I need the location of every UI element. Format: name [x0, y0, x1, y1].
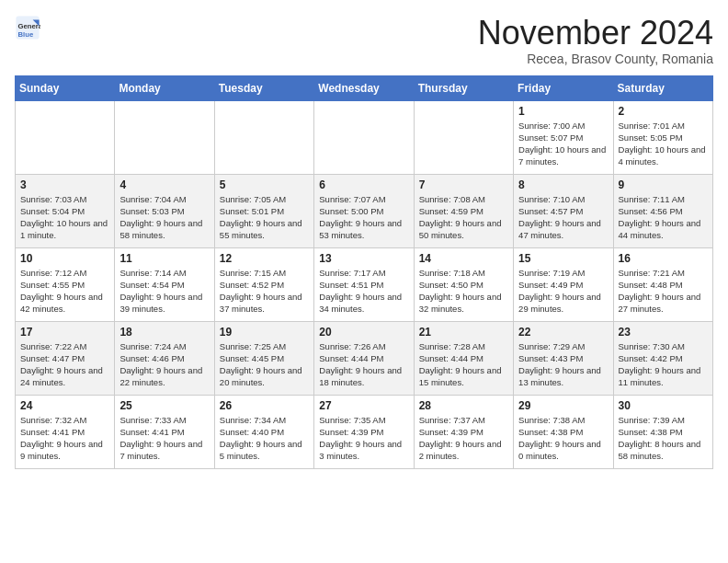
day-number: 3 — [20, 178, 109, 191]
day-header-friday: Friday — [514, 75, 613, 100]
calendar-table: SundayMondayTuesdayWednesdayThursdayFrid… — [15, 75, 713, 469]
day-header-saturday: Saturday — [613, 75, 712, 100]
day-number: 27 — [319, 399, 408, 412]
day-info: Sunrise: 7:14 AM Sunset: 4:54 PM Dayligh… — [119, 267, 209, 316]
title-area: November 2024 Recea, Brasov County, Roma… — [478, 15, 713, 66]
day-info: Sunrise: 7:21 AM Sunset: 4:48 PM Dayligh… — [619, 267, 708, 316]
day-number: 28 — [419, 399, 508, 412]
day-header-monday: Monday — [115, 75, 214, 100]
calendar-cell: 5Sunrise: 7:05 AM Sunset: 5:01 PM Daylig… — [214, 174, 313, 247]
calendar-cell: 9Sunrise: 7:11 AM Sunset: 4:56 PM Daylig… — [613, 174, 712, 247]
calendar-cell: 17Sunrise: 7:22 AM Sunset: 4:47 PM Dayli… — [16, 321, 115, 395]
logo: General Blue — [15, 15, 42, 40]
day-number: 5 — [220, 178, 309, 191]
day-number: 8 — [518, 178, 608, 191]
svg-text:Blue: Blue — [18, 30, 34, 39]
day-info: Sunrise: 7:04 AM Sunset: 5:03 PM Dayligh… — [119, 193, 209, 242]
day-info: Sunrise: 7:24 AM Sunset: 4:46 PM Dayligh… — [119, 340, 209, 389]
day-number: 25 — [119, 399, 209, 412]
calendar-cell: 18Sunrise: 7:24 AM Sunset: 4:46 PM Dayli… — [115, 321, 214, 395]
day-number: 1 — [518, 105, 608, 118]
day-number: 13 — [319, 252, 408, 265]
calendar-cell: 19Sunrise: 7:25 AM Sunset: 4:45 PM Dayli… — [214, 321, 313, 395]
day-info: Sunrise: 7:35 AM Sunset: 4:39 PM Dayligh… — [319, 414, 408, 463]
day-number: 18 — [119, 326, 209, 339]
calendar-cell: 28Sunrise: 7:37 AM Sunset: 4:39 PM Dayli… — [414, 395, 513, 468]
calendar-cell: 20Sunrise: 7:26 AM Sunset: 4:44 PM Dayli… — [314, 321, 414, 395]
day-number: 6 — [319, 178, 408, 191]
day-info: Sunrise: 7:00 AM Sunset: 5:07 PM Dayligh… — [518, 120, 608, 168]
calendar-week-5: 24Sunrise: 7:32 AM Sunset: 4:41 PM Dayli… — [16, 395, 713, 468]
calendar-week-2: 3Sunrise: 7:03 AM Sunset: 5:04 PM Daylig… — [16, 174, 713, 247]
day-info: Sunrise: 7:12 AM Sunset: 4:55 PM Dayligh… — [20, 267, 109, 316]
calendar-cell: 23Sunrise: 7:30 AM Sunset: 4:42 PM Dayli… — [613, 321, 712, 395]
day-number: 4 — [119, 178, 209, 191]
day-number: 21 — [419, 326, 508, 339]
calendar-cell: 6Sunrise: 7:07 AM Sunset: 5:00 PM Daylig… — [314, 174, 414, 247]
day-info: Sunrise: 7:18 AM Sunset: 4:50 PM Dayligh… — [419, 267, 508, 316]
day-info: Sunrise: 7:29 AM Sunset: 4:43 PM Dayligh… — [518, 340, 608, 389]
day-number: 2 — [619, 105, 708, 118]
day-info: Sunrise: 7:17 AM Sunset: 4:51 PM Dayligh… — [319, 267, 408, 316]
day-info: Sunrise: 7:08 AM Sunset: 4:59 PM Dayligh… — [419, 193, 508, 242]
day-info: Sunrise: 7:33 AM Sunset: 4:41 PM Dayligh… — [119, 414, 209, 463]
day-info: Sunrise: 7:28 AM Sunset: 4:44 PM Dayligh… — [419, 340, 508, 389]
calendar-cell: 29Sunrise: 7:38 AM Sunset: 4:38 PM Dayli… — [514, 395, 613, 468]
day-number: 20 — [319, 326, 408, 339]
calendar-cell: 3Sunrise: 7:03 AM Sunset: 5:04 PM Daylig… — [16, 174, 115, 247]
day-info: Sunrise: 7:37 AM Sunset: 4:39 PM Dayligh… — [419, 414, 508, 463]
calendar-cell: 4Sunrise: 7:04 AM Sunset: 5:03 PM Daylig… — [115, 174, 214, 247]
header: General Blue November 2024 Recea, Brasov… — [15, 15, 713, 66]
day-info: Sunrise: 7:10 AM Sunset: 4:57 PM Dayligh… — [518, 193, 608, 242]
calendar-cell — [16, 100, 115, 174]
day-number: 19 — [220, 326, 309, 339]
calendar-cell: 14Sunrise: 7:18 AM Sunset: 4:50 PM Dayli… — [414, 247, 513, 321]
calendar-cell: 24Sunrise: 7:32 AM Sunset: 4:41 PM Dayli… — [16, 395, 115, 468]
calendar-cell: 10Sunrise: 7:12 AM Sunset: 4:55 PM Dayli… — [16, 247, 115, 321]
calendar-cell: 27Sunrise: 7:35 AM Sunset: 4:39 PM Dayli… — [314, 395, 414, 468]
day-info: Sunrise: 7:26 AM Sunset: 4:44 PM Dayligh… — [319, 340, 408, 389]
calendar-cell: 7Sunrise: 7:08 AM Sunset: 4:59 PM Daylig… — [414, 174, 513, 247]
calendar-cell: 13Sunrise: 7:17 AM Sunset: 4:51 PM Dayli… — [314, 247, 414, 321]
calendar-week-3: 10Sunrise: 7:12 AM Sunset: 4:55 PM Dayli… — [16, 247, 713, 321]
day-number: 22 — [518, 326, 608, 339]
calendar-week-1: 1Sunrise: 7:00 AM Sunset: 5:07 PM Daylig… — [16, 100, 713, 174]
calendar-cell — [314, 100, 414, 174]
day-info: Sunrise: 7:15 AM Sunset: 4:52 PM Dayligh… — [220, 267, 309, 316]
day-header-wednesday: Wednesday — [314, 75, 414, 100]
calendar-cell — [214, 100, 313, 174]
day-number: 29 — [518, 399, 608, 412]
month-title: November 2024 — [478, 15, 713, 52]
day-number: 17 — [20, 326, 109, 339]
calendar-cell: 8Sunrise: 7:10 AM Sunset: 4:57 PM Daylig… — [514, 174, 613, 247]
day-info: Sunrise: 7:07 AM Sunset: 5:00 PM Dayligh… — [319, 193, 408, 242]
day-header-tuesday: Tuesday — [214, 75, 313, 100]
calendar-cell: 30Sunrise: 7:39 AM Sunset: 4:38 PM Dayli… — [613, 395, 712, 468]
calendar-cell: 11Sunrise: 7:14 AM Sunset: 4:54 PM Dayli… — [115, 247, 214, 321]
day-info: Sunrise: 7:05 AM Sunset: 5:01 PM Dayligh… — [220, 193, 309, 242]
day-info: Sunrise: 7:11 AM Sunset: 4:56 PM Dayligh… — [619, 193, 708, 242]
logo-icon: General Blue — [15, 15, 40, 40]
calendar-cell: 2Sunrise: 7:01 AM Sunset: 5:05 PM Daylig… — [613, 100, 712, 174]
calendar-cell: 22Sunrise: 7:29 AM Sunset: 4:43 PM Dayli… — [514, 321, 613, 395]
day-number: 16 — [619, 252, 708, 265]
day-info: Sunrise: 7:34 AM Sunset: 4:40 PM Dayligh… — [220, 414, 309, 463]
day-info: Sunrise: 7:32 AM Sunset: 4:41 PM Dayligh… — [20, 414, 109, 463]
day-info: Sunrise: 7:38 AM Sunset: 4:38 PM Dayligh… — [518, 414, 608, 463]
calendar-cell: 25Sunrise: 7:33 AM Sunset: 4:41 PM Dayli… — [115, 395, 214, 468]
day-info: Sunrise: 7:22 AM Sunset: 4:47 PM Dayligh… — [20, 340, 109, 389]
calendar-week-4: 17Sunrise: 7:22 AM Sunset: 4:47 PM Dayli… — [16, 321, 713, 395]
calendar-header-row: SundayMondayTuesdayWednesdayThursdayFrid… — [16, 75, 713, 100]
calendar-cell: 1Sunrise: 7:00 AM Sunset: 5:07 PM Daylig… — [514, 100, 613, 174]
day-header-sunday: Sunday — [16, 75, 115, 100]
day-number: 11 — [119, 252, 209, 265]
day-header-thursday: Thursday — [414, 75, 513, 100]
calendar-cell: 12Sunrise: 7:15 AM Sunset: 4:52 PM Dayli… — [214, 247, 313, 321]
day-info: Sunrise: 7:30 AM Sunset: 4:42 PM Dayligh… — [619, 340, 708, 389]
calendar-cell: 26Sunrise: 7:34 AM Sunset: 4:40 PM Dayli… — [214, 395, 313, 468]
day-number: 12 — [220, 252, 309, 265]
calendar-cell — [115, 100, 214, 174]
day-info: Sunrise: 7:03 AM Sunset: 5:04 PM Dayligh… — [20, 193, 109, 242]
day-info: Sunrise: 7:19 AM Sunset: 4:49 PM Dayligh… — [518, 267, 608, 316]
day-number: 30 — [619, 399, 708, 412]
